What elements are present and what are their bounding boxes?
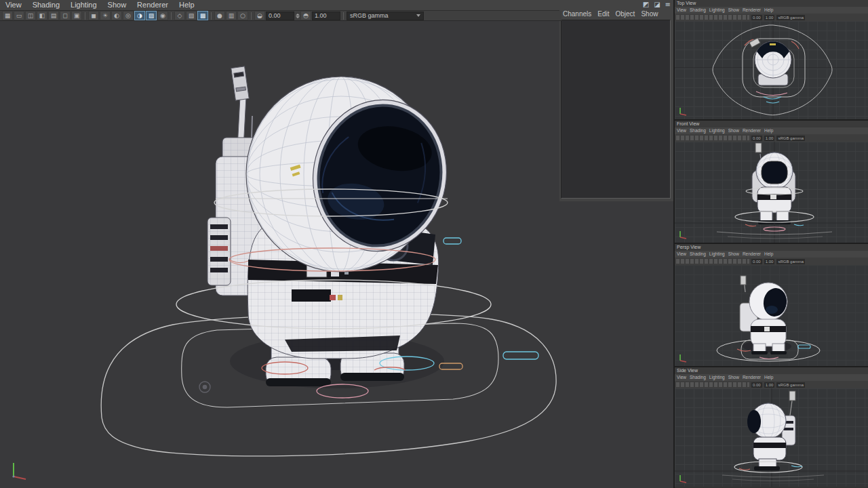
ao-icon[interactable]: ◎ [123, 11, 134, 20]
gamma-field[interactable]: 1.00 [764, 15, 775, 20]
gamma-field[interactable]: 1.00 [764, 136, 775, 141]
dof-icon[interactable]: ◉ [157, 11, 168, 20]
viewport-menubar: View Shading Lighting Show Renderer Help [675, 251, 868, 258]
menu-help[interactable]: Help [764, 7, 773, 14]
front-view-canvas[interactable] [675, 142, 868, 243]
use-all-lights-icon[interactable]: ○ [237, 11, 248, 20]
panel-menu-icon[interactable]: ≡ [665, 1, 671, 8]
exposure-icon[interactable]: ◒ [254, 11, 265, 20]
field-chart-icon[interactable]: ▤ [48, 11, 59, 20]
menu-show[interactable]: Show [728, 7, 739, 14]
axis-gizmo [12, 463, 26, 479]
channel-box-menus: Channels Edit Object Show [563, 10, 658, 18]
motion-blur-icon[interactable]: ◑ [134, 11, 145, 20]
resolution-gate-icon[interactable]: ◫ [25, 11, 36, 20]
grid-icon[interactable]: ▦ [2, 11, 13, 20]
fill-icon[interactable]: ◼ [88, 11, 99, 20]
isolate-select-icon[interactable]: ◇ [174, 11, 185, 20]
menu-renderer[interactable]: Renderer [743, 374, 761, 381]
wireframe-shaded-icon[interactable]: ▩ [197, 11, 208, 20]
menu-lighting[interactable]: Lighting [709, 7, 725, 14]
gamma-field[interactable]: 1.00 [312, 12, 340, 20]
ground-eye-decoration[interactable] [199, 382, 210, 392]
menu-show[interactable]: Show [102, 0, 132, 10]
menu-help[interactable]: Help [174, 0, 200, 10]
viewport-toolbar-icons[interactable] [676, 15, 749, 20]
gamma-field[interactable]: 1.00 [764, 382, 775, 388]
view-transform-select[interactable]: sRGB gamma [776, 15, 805, 20]
antenna-flag [755, 143, 762, 152]
viewport-toolbar-icons[interactable] [676, 259, 749, 264]
view-transform-select[interactable]: sRGB gamma [776, 136, 805, 141]
menu-renderer[interactable]: Renderer [132, 0, 174, 10]
menu-help[interactable]: Help [764, 374, 773, 381]
lighting-icon[interactable]: ☀ [100, 11, 111, 20]
menu-shading[interactable]: Shading [690, 127, 706, 134]
side-view-canvas[interactable] [675, 388, 868, 487]
xray-icon[interactable]: ▧ [186, 11, 197, 20]
menu-renderer[interactable]: Renderer [743, 7, 761, 14]
menu-shading[interactable]: Shading [690, 251, 706, 258]
menu-shading[interactable]: Shading [690, 374, 706, 381]
menu-show[interactable]: Show [728, 374, 739, 381]
view-transform-select[interactable]: sRGB gamma [347, 12, 424, 20]
astronaut-persp[interactable] [740, 276, 789, 354]
menu-show[interactable]: Show [641, 10, 658, 18]
exposure-field[interactable]: 0.00 [751, 259, 762, 264]
channel-box-list[interactable] [561, 20, 671, 199]
menu-lighting[interactable]: Lighting [709, 127, 725, 134]
viewport-top[interactable]: Top View View Shading Lighting Show Rend… [675, 0, 868, 121]
menu-view[interactable]: View [677, 7, 686, 14]
menu-object[interactable]: Object [616, 10, 635, 18]
film-gate-icon[interactable]: ▭ [14, 11, 24, 20]
top-view-canvas[interactable] [675, 21, 868, 119]
pin-icon[interactable]: ◩ [643, 1, 649, 8]
persp-view-canvas[interactable] [675, 265, 868, 366]
gamma-icon[interactable]: ◓ [300, 11, 311, 20]
menu-view[interactable]: View [677, 127, 686, 134]
menu-show[interactable]: Show [728, 251, 739, 258]
exposure-field[interactable]: 0.00 [751, 136, 762, 141]
exposure-field[interactable]: 0.00 [266, 12, 294, 20]
viewport-front[interactable]: Front View View Shading Lighting Show Re… [675, 121, 868, 244]
menu-shading[interactable]: Shading [27, 0, 65, 10]
menu-view[interactable]: View [677, 251, 686, 258]
boot-sole-right [340, 373, 404, 381]
safe-title-icon[interactable]: ▣ [71, 11, 82, 20]
viewport-persp[interactable]: Persp View View Shading Lighting Show Re… [675, 244, 868, 367]
astronaut-model[interactable] [208, 66, 458, 386]
multisample-icon[interactable]: ▨ [146, 11, 157, 20]
gamma-field[interactable]: 1.00 [764, 259, 775, 264]
viewport-toolbar: 0.00 1.00 sRGB gamma [675, 14, 868, 21]
exposure-spinner[interactable] [295, 12, 300, 20]
gate-mask-icon[interactable]: ◧ [37, 11, 47, 20]
menu-help[interactable]: Help [764, 251, 773, 258]
menu-edit[interactable]: Edit [597, 10, 609, 18]
textured-icon[interactable]: ▥ [226, 11, 237, 20]
view-transform-select[interactable]: sRGB gamma [776, 382, 805, 388]
default-material-icon[interactable]: ● [214, 11, 225, 20]
menu-renderer[interactable]: Renderer [743, 251, 761, 258]
menu-view[interactable]: View [0, 0, 27, 10]
menu-renderer[interactable]: Renderer [743, 127, 761, 134]
exposure-field[interactable]: 0.00 [751, 382, 762, 388]
astronaut-top[interactable] [749, 38, 791, 85]
menu-help[interactable]: Help [764, 127, 773, 134]
view-transform-select[interactable]: sRGB gamma [776, 259, 805, 264]
exposure-field[interactable]: 0.00 [751, 15, 762, 20]
shadows-icon[interactable]: ◐ [111, 11, 122, 20]
panel-toggle-icons: ◩ ◪ ≡ [643, 1, 671, 8]
safe-action-icon[interactable]: ◻ [60, 11, 71, 20]
menu-channels[interactable]: Channels [563, 10, 591, 18]
menu-lighting[interactable]: Lighting [709, 374, 725, 381]
menu-shading[interactable]: Shading [690, 7, 706, 14]
viewport-side[interactable]: Side View View Shading Lighting Show Ren… [675, 367, 868, 488]
menu-lighting[interactable]: Lighting [709, 251, 725, 258]
lock-icon[interactable]: ◪ [654, 1, 660, 8]
menu-show[interactable]: Show [728, 127, 739, 134]
viewport-toolbar-icons[interactable] [676, 136, 749, 140]
viewport-toolbar-icons[interactable] [676, 382, 749, 387]
menu-lighting[interactable]: Lighting [65, 0, 102, 10]
menu-view[interactable]: View [677, 374, 686, 381]
viewport-menubar: View Shading Lighting Show Renderer Help [675, 374, 868, 381]
